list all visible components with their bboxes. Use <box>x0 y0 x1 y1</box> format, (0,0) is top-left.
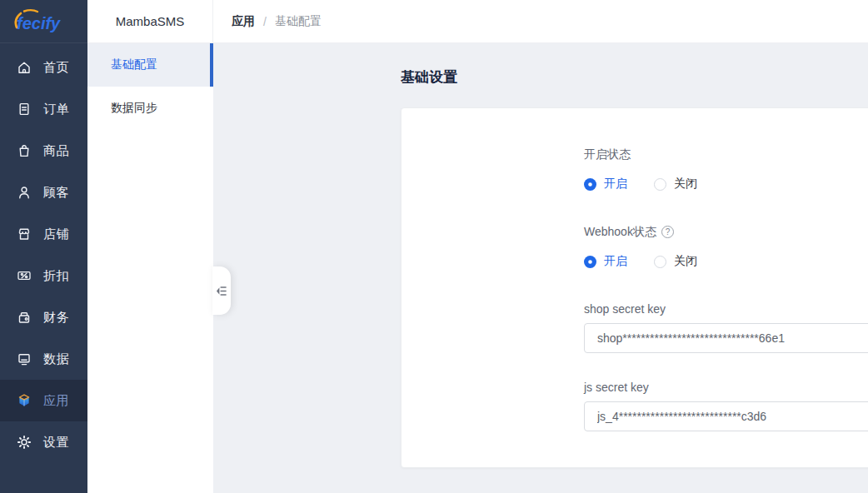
field-shop-secret-key: shop secret key <box>584 302 868 353</box>
field-enable-status: 开启状态 开启 关闭 <box>584 147 868 192</box>
customers-icon <box>16 184 32 201</box>
sidebar-item-customers[interactable]: 顾客 <box>0 172 87 213</box>
breadcrumb-section[interactable]: 应用 <box>232 14 255 29</box>
radio-group-webhook-status: 开启 关闭 <box>584 254 868 269</box>
radio-option-label: 关闭 <box>674 177 697 192</box>
radio-option-off[interactable]: 关闭 <box>654 177 697 192</box>
radio-circle-icon <box>584 178 596 191</box>
webhook-label-text: Webhook状态 <box>584 225 656 238</box>
content-area: 基础设置 开启状态 开启 关闭 <box>213 43 868 493</box>
input-wrap <box>584 401 868 431</box>
input-wrap <box>584 323 868 353</box>
sidebar-item-settings[interactable]: 设置 <box>0 421 87 463</box>
sidebar-item-data[interactable]: 数据 <box>0 338 87 380</box>
sidebar-item-shops[interactable]: 店铺 <box>0 213 87 255</box>
orders-icon <box>16 101 32 117</box>
radio-circle-icon <box>654 178 666 191</box>
submenu-item-label: 数据同步 <box>111 101 157 116</box>
shops-icon <box>16 226 32 242</box>
shop-secret-key-input[interactable] <box>584 323 868 353</box>
logo-text: fecify <box>17 14 61 32</box>
radio-option-label: 关闭 <box>674 254 697 269</box>
breadcrumb-page: 基础配置 <box>275 14 322 29</box>
radio-option-on[interactable]: 开启 <box>584 254 627 269</box>
sidebar-item-label: 财务 <box>43 310 69 326</box>
js-secret-key-input[interactable] <box>584 401 868 431</box>
submenu-item-data-sync[interactable]: 数据同步 <box>87 87 213 130</box>
field-label: 开启状态 <box>584 147 868 161</box>
app-submenu-panel: 基础配置 数据同步 <box>87 43 213 493</box>
sidebar-item-home[interactable]: 首页 <box>0 47 87 88</box>
sidebar-nav: 首页 订单 商品 顾客 <box>0 43 87 463</box>
menu-fold-icon <box>215 286 227 296</box>
apps-cube-icon <box>16 392 32 409</box>
topbar: MambaSMS 应用 / 基础配置 <box>87 0 868 43</box>
sidebar-item-label: 数据 <box>43 351 69 367</box>
products-icon <box>16 142 32 159</box>
submenu-item-label: 基础配置 <box>111 57 157 72</box>
app-window: fecify 首页 订单 商品 <box>0 0 868 493</box>
sidebar-item-label: 商品 <box>43 143 69 159</box>
radio-option-label: 开启 <box>604 177 627 192</box>
radio-option-label: 开启 <box>604 254 627 269</box>
home-icon <box>16 59 32 76</box>
radio-circle-icon <box>584 256 596 268</box>
discount-icon <box>16 267 32 284</box>
question-circle-icon[interactable]: ? <box>661 226 674 238</box>
brand-logo[interactable]: fecify <box>0 0 87 43</box>
radio-group-enable-status: 开启 关闭 <box>584 177 868 192</box>
radio-circle-icon <box>654 256 666 268</box>
field-label: shop secret key <box>584 302 868 316</box>
settings-gear-icon <box>16 434 32 451</box>
sidebar-collapse-handle[interactable] <box>212 266 231 315</box>
field-label: Webhook状态 ? <box>584 225 868 238</box>
field-webhook-status: Webhook状态 ? 开启 关闭 <box>584 225 868 269</box>
sidebar-item-label: 店铺 <box>43 227 69 242</box>
radio-option-off[interactable]: 关闭 <box>654 254 697 269</box>
settings-card: 开启状态 开启 关闭 Webhook状态 <box>401 107 868 468</box>
data-icon <box>16 351 32 367</box>
fecify-logo-icon: fecify <box>10 7 78 36</box>
sidebar-item-label: 首页 <box>43 60 69 76</box>
settings-form: 开启状态 开启 关闭 Webhook状态 <box>584 147 868 431</box>
sidebar-item-orders[interactable]: 订单 <box>0 88 87 130</box>
field-label: js secret key <box>584 381 868 394</box>
app-panel-title: MambaSMS <box>87 0 213 42</box>
sidebar-item-finance[interactable]: 财务 <box>0 296 87 338</box>
field-js-secret-key: js secret key <box>584 381 868 431</box>
sidebar-item-label: 顾客 <box>43 185 69 201</box>
sidebar-item-apps[interactable]: 应用 <box>0 380 87 421</box>
radio-option-on[interactable]: 开启 <box>584 177 627 192</box>
submenu-item-basic-config[interactable]: 基础配置 <box>87 43 213 87</box>
sidebar-item-products[interactable]: 商品 <box>0 130 87 172</box>
finance-icon <box>16 309 32 326</box>
sidebar-item-label: 折扣 <box>43 268 69 284</box>
breadcrumb-separator: / <box>263 15 267 28</box>
sidebar-item-label: 应用 <box>43 393 69 409</box>
sidebar-item-discounts[interactable]: 折扣 <box>0 255 87 296</box>
page-title: 基础设置 <box>401 67 457 87</box>
sidebar-item-label: 设置 <box>43 435 69 451</box>
breadcrumb: 应用 / 基础配置 <box>213 0 322 42</box>
sidebar-item-label: 订单 <box>43 102 69 117</box>
main-sidebar: fecify 首页 订单 商品 <box>0 0 87 493</box>
